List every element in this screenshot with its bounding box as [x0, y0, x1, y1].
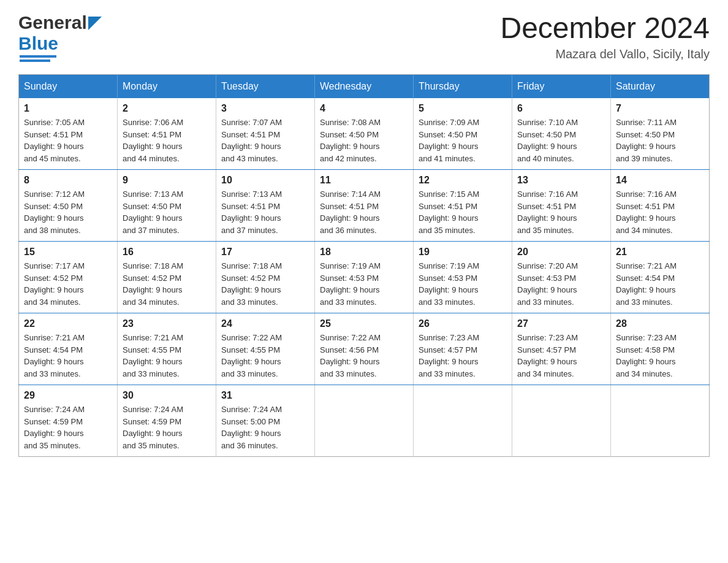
- day-number: 8: [24, 175, 112, 186]
- day-info: Sunrise: 7:13 AM Sunset: 4:51 PM Dayligh…: [221, 188, 309, 236]
- table-row: 15 Sunrise: 7:17 AM Sunset: 4:52 PM Dayl…: [19, 242, 118, 313]
- day-info: Sunrise: 7:20 AM Sunset: 4:53 PM Dayligh…: [517, 260, 605, 308]
- day-info: Sunrise: 7:21 AM Sunset: 4:55 PM Dayligh…: [123, 332, 211, 380]
- day-number: 16: [123, 247, 211, 258]
- day-number: 24: [221, 318, 309, 329]
- col-friday: Friday: [512, 75, 611, 99]
- col-tuesday: Tuesday: [216, 75, 315, 99]
- table-row: 28 Sunrise: 7:23 AM Sunset: 4:58 PM Dayl…: [611, 313, 710, 385]
- day-info: Sunrise: 7:22 AM Sunset: 4:56 PM Dayligh…: [320, 332, 408, 380]
- table-row: 10 Sunrise: 7:13 AM Sunset: 4:51 PM Dayl…: [216, 170, 315, 242]
- table-row: 18 Sunrise: 7:19 AM Sunset: 4:53 PM Dayl…: [315, 242, 414, 313]
- calendar-table: Sunday Monday Tuesday Wednesday Thursday…: [18, 74, 710, 457]
- table-row: 11 Sunrise: 7:14 AM Sunset: 4:51 PM Dayl…: [315, 170, 414, 242]
- logo-triangle-icon: [88, 17, 102, 30]
- table-row: 4 Sunrise: 7:08 AM Sunset: 4:50 PM Dayli…: [315, 98, 414, 170]
- calendar-week-row: 1 Sunrise: 7:05 AM Sunset: 4:51 PM Dayli…: [19, 98, 710, 170]
- table-row: 9 Sunrise: 7:13 AM Sunset: 4:50 PM Dayli…: [118, 170, 216, 242]
- table-row: 26 Sunrise: 7:23 AM Sunset: 4:57 PM Dayl…: [414, 313, 512, 385]
- day-number: 1: [24, 103, 112, 114]
- day-info: Sunrise: 7:16 AM Sunset: 4:51 PM Dayligh…: [616, 188, 704, 236]
- table-row: 16 Sunrise: 7:18 AM Sunset: 4:52 PM Dayl…: [118, 242, 216, 313]
- day-number: 10: [221, 175, 309, 186]
- day-info: Sunrise: 7:10 AM Sunset: 4:50 PM Dayligh…: [517, 117, 605, 164]
- table-row: 27 Sunrise: 7:23 AM Sunset: 4:57 PM Dayl…: [512, 313, 611, 385]
- calendar-week-row: 8 Sunrise: 7:12 AM Sunset: 4:50 PM Dayli…: [19, 170, 710, 242]
- day-info: Sunrise: 7:24 AM Sunset: 4:59 PM Dayligh…: [123, 404, 211, 451]
- table-row: 20 Sunrise: 7:20 AM Sunset: 4:53 PM Dayl…: [512, 242, 611, 313]
- day-info: Sunrise: 7:24 AM Sunset: 4:59 PM Dayligh…: [24, 404, 112, 451]
- table-row: 22 Sunrise: 7:21 AM Sunset: 4:54 PM Dayl…: [19, 313, 118, 385]
- table-row: [512, 385, 611, 457]
- table-row: 29 Sunrise: 7:24 AM Sunset: 4:59 PM Dayl…: [19, 385, 118, 457]
- page-header: General Blue December 2024 Mazara del Va…: [18, 12, 710, 62]
- table-row: 8 Sunrise: 7:12 AM Sunset: 4:50 PM Dayli…: [19, 170, 118, 242]
- table-row: 21 Sunrise: 7:21 AM Sunset: 4:54 PM Dayl…: [611, 242, 710, 313]
- day-info: Sunrise: 7:21 AM Sunset: 4:54 PM Dayligh…: [616, 260, 704, 308]
- day-info: Sunrise: 7:18 AM Sunset: 4:52 PM Dayligh…: [221, 260, 309, 308]
- calendar-week-row: 22 Sunrise: 7:21 AM Sunset: 4:54 PM Dayl…: [19, 313, 710, 385]
- title-section: December 2024 Mazara del Vallo, Sicily, …: [500, 12, 710, 61]
- day-number: 29: [24, 390, 112, 401]
- day-info: Sunrise: 7:11 AM Sunset: 4:50 PM Dayligh…: [616, 117, 704, 164]
- day-info: Sunrise: 7:13 AM Sunset: 4:50 PM Dayligh…: [123, 188, 211, 236]
- table-row: [315, 385, 414, 457]
- table-row: 12 Sunrise: 7:15 AM Sunset: 4:51 PM Dayl…: [414, 170, 512, 242]
- day-number: 31: [221, 390, 309, 401]
- day-info: Sunrise: 7:23 AM Sunset: 4:57 PM Dayligh…: [419, 332, 507, 380]
- day-info: Sunrise: 7:19 AM Sunset: 4:53 PM Dayligh…: [419, 260, 507, 308]
- day-number: 14: [616, 175, 704, 186]
- table-row: 24 Sunrise: 7:22 AM Sunset: 4:55 PM Dayl…: [216, 313, 315, 385]
- table-row: 30 Sunrise: 7:24 AM Sunset: 4:59 PM Dayl…: [118, 385, 216, 457]
- logo-decoration: [20, 55, 56, 62]
- day-number: 19: [419, 247, 507, 258]
- col-thursday: Thursday: [414, 75, 512, 99]
- calendar-week-row: 29 Sunrise: 7:24 AM Sunset: 4:59 PM Dayl…: [19, 385, 710, 457]
- day-info: Sunrise: 7:18 AM Sunset: 4:52 PM Dayligh…: [123, 260, 211, 308]
- day-info: Sunrise: 7:24 AM Sunset: 5:00 PM Dayligh…: [221, 404, 309, 451]
- day-number: 21: [616, 247, 704, 258]
- day-info: Sunrise: 7:12 AM Sunset: 4:50 PM Dayligh…: [24, 188, 112, 236]
- day-info: Sunrise: 7:09 AM Sunset: 4:50 PM Dayligh…: [419, 117, 507, 164]
- day-number: 27: [517, 318, 605, 329]
- day-number: 23: [123, 318, 211, 329]
- day-number: 17: [221, 247, 309, 258]
- logo-general: General: [18, 12, 87, 33]
- day-info: Sunrise: 7:15 AM Sunset: 4:51 PM Dayligh…: [419, 188, 507, 236]
- day-number: 4: [320, 103, 408, 114]
- day-number: 18: [320, 247, 408, 258]
- table-row: 1 Sunrise: 7:05 AM Sunset: 4:51 PM Dayli…: [19, 98, 118, 170]
- day-info: Sunrise: 7:08 AM Sunset: 4:50 PM Dayligh…: [320, 117, 408, 164]
- day-info: Sunrise: 7:23 AM Sunset: 4:57 PM Dayligh…: [517, 332, 605, 380]
- day-number: 3: [221, 103, 309, 114]
- day-number: 12: [419, 175, 507, 186]
- table-row: 6 Sunrise: 7:10 AM Sunset: 4:50 PM Dayli…: [512, 98, 611, 170]
- day-number: 22: [24, 318, 112, 329]
- day-info: Sunrise: 7:07 AM Sunset: 4:51 PM Dayligh…: [221, 117, 309, 164]
- table-row: 19 Sunrise: 7:19 AM Sunset: 4:53 PM Dayl…: [414, 242, 512, 313]
- day-info: Sunrise: 7:06 AM Sunset: 4:51 PM Dayligh…: [123, 117, 211, 164]
- table-row: 3 Sunrise: 7:07 AM Sunset: 4:51 PM Dayli…: [216, 98, 315, 170]
- table-row: 31 Sunrise: 7:24 AM Sunset: 5:00 PM Dayl…: [216, 385, 315, 457]
- location: Mazara del Vallo, Sicily, Italy: [500, 47, 710, 61]
- table-row: 14 Sunrise: 7:16 AM Sunset: 4:51 PM Dayl…: [611, 170, 710, 242]
- day-info: Sunrise: 7:16 AM Sunset: 4:51 PM Dayligh…: [517, 188, 605, 236]
- day-number: 9: [123, 175, 211, 186]
- day-number: 7: [616, 103, 704, 114]
- col-monday: Monday: [118, 75, 216, 99]
- table-row: 2 Sunrise: 7:06 AM Sunset: 4:51 PM Dayli…: [118, 98, 216, 170]
- day-number: 26: [419, 318, 507, 329]
- table-row: 25 Sunrise: 7:22 AM Sunset: 4:56 PM Dayl…: [315, 313, 414, 385]
- table-row: 7 Sunrise: 7:11 AM Sunset: 4:50 PM Dayli…: [611, 98, 710, 170]
- day-number: 25: [320, 318, 408, 329]
- day-number: 15: [24, 247, 112, 258]
- col-wednesday: Wednesday: [315, 75, 414, 99]
- day-number: 28: [616, 318, 704, 329]
- day-info: Sunrise: 7:23 AM Sunset: 4:58 PM Dayligh…: [616, 332, 704, 380]
- day-number: 5: [419, 103, 507, 114]
- table-row: 13 Sunrise: 7:16 AM Sunset: 4:51 PM Dayl…: [512, 170, 611, 242]
- day-number: 11: [320, 175, 408, 186]
- col-saturday: Saturday: [611, 75, 710, 99]
- col-sunday: Sunday: [19, 75, 118, 99]
- svg-marker-0: [88, 17, 102, 30]
